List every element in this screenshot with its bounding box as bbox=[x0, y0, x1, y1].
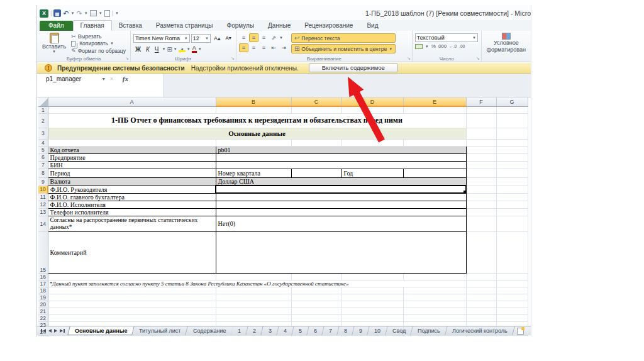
cell[interactable] bbox=[466, 273, 496, 280]
cell[interactable] bbox=[403, 287, 466, 294]
cell[interactable] bbox=[48, 301, 216, 308]
sheet-tab-main[interactable]: Основные данные bbox=[67, 326, 135, 335]
cell[interactable] bbox=[341, 106, 403, 113]
sheet-tab-10[interactable]: 10 bbox=[367, 326, 388, 335]
cell[interactable] bbox=[496, 177, 528, 186]
cell[interactable] bbox=[341, 294, 403, 301]
cell[interactable] bbox=[466, 113, 496, 128]
cell[interactable] bbox=[496, 201, 528, 208]
cell[interactable] bbox=[48, 139, 216, 146]
chevron-down-icon[interactable]: ▼ bbox=[99, 11, 103, 15]
increase-indent-icon[interactable]: ⇥ bbox=[279, 43, 289, 52]
cell[interactable] bbox=[216, 308, 291, 314]
conditional-formatting-button[interactable]: Условное форматирован bbox=[484, 32, 528, 54]
name-box[interactable]: p1_manager bbox=[46, 75, 81, 82]
cell[interactable] bbox=[496, 193, 528, 201]
row-header[interactable]: 13 bbox=[38, 208, 48, 216]
cell[interactable] bbox=[291, 106, 341, 113]
merge-center-button[interactable]: ⊞Объединить и поместить в центре▼ bbox=[291, 44, 396, 53]
sheet-tab-9[interactable]: 9 bbox=[352, 326, 370, 335]
row-header[interactable]: 6 bbox=[38, 153, 48, 161]
align-bottom-icon[interactable]: ≡ bbox=[259, 33, 269, 42]
cell[interactable] bbox=[48, 294, 216, 301]
cell[interactable] bbox=[496, 216, 528, 231]
font-color-icon[interactable]: А bbox=[192, 45, 197, 53]
decrease-indent-icon[interactable]: ⇤ bbox=[269, 43, 279, 52]
sheet-tab-title-page[interactable]: Титульный лист bbox=[133, 326, 189, 335]
cell[interactable] bbox=[403, 294, 466, 301]
cell[interactable] bbox=[496, 208, 528, 216]
row-header[interactable]: 25 bbox=[38, 335, 48, 336]
row-header[interactable]: 21 bbox=[38, 308, 48, 314]
sheet-tab-summary[interactable]: Свод bbox=[386, 326, 413, 335]
chevron-down-icon[interactable]: ▼ bbox=[279, 36, 283, 40]
paste-button[interactable]: Вставить ▼ bbox=[40, 32, 69, 54]
italic-button[interactable]: К bbox=[144, 46, 152, 53]
copy-button[interactable]: Копировать ▼ bbox=[71, 40, 126, 47]
cell[interactable] bbox=[466, 139, 496, 146]
fill-color-icon[interactable]: ◂ bbox=[179, 47, 186, 52]
cell[interactable] bbox=[496, 139, 528, 146]
form-label-cell[interactable]: Телефон исполнителя bbox=[48, 208, 216, 216]
cell[interactable] bbox=[466, 335, 496, 336]
cell[interactable] bbox=[496, 294, 528, 301]
cell[interactable] bbox=[496, 273, 528, 280]
cell[interactable] bbox=[216, 314, 291, 321]
cell[interactable] bbox=[466, 208, 496, 216]
form-value-cell[interactable] bbox=[216, 201, 466, 208]
form-label-cell[interactable]: Код отчета bbox=[48, 146, 216, 153]
cell[interactable] bbox=[496, 280, 528, 287]
tab-page-layout[interactable]: Разметка страницы bbox=[149, 21, 220, 31]
align-middle-icon[interactable]: ≡ bbox=[249, 33, 258, 42]
chevron-down-icon[interactable]: ▼ bbox=[198, 47, 202, 51]
sheet-tab-3[interactable]: 3 bbox=[262, 326, 279, 335]
align-top-icon[interactable]: ≡ bbox=[239, 33, 248, 42]
font-size-combo[interactable]: 12▼ bbox=[191, 34, 211, 43]
increase-decimal-icon[interactable]: ←.0 bbox=[449, 44, 457, 48]
tab-file[interactable]: Файл bbox=[40, 21, 73, 31]
form-value-cell[interactable]: Год bbox=[341, 169, 403, 177]
row-header[interactable]: 3 bbox=[38, 128, 48, 139]
align-right-icon[interactable]: ≡ bbox=[259, 43, 269, 52]
cell[interactable] bbox=[466, 201, 496, 208]
form-value-cell[interactable]: Номер квартала bbox=[216, 169, 291, 177]
cell[interactable] bbox=[48, 287, 216, 294]
cell[interactable] bbox=[48, 106, 216, 113]
first-sheet-icon[interactable] bbox=[41, 329, 46, 333]
cell[interactable] bbox=[216, 287, 291, 294]
row-header[interactable]: 8 bbox=[38, 169, 48, 177]
borders-icon[interactable]: ⊞ bbox=[167, 46, 172, 53]
previous-sheet-icon[interactable] bbox=[48, 329, 52, 333]
row-header[interactable]: 11 bbox=[38, 193, 48, 201]
cell[interactable] bbox=[403, 335, 466, 336]
row-header[interactable]: 20 bbox=[38, 301, 48, 308]
form-value-cell[interactable]: Доллар США bbox=[216, 177, 466, 186]
tab-formulas[interactable]: Формулы bbox=[220, 21, 262, 31]
form-value-cell[interactable] bbox=[216, 208, 466, 216]
cell[interactable] bbox=[496, 146, 528, 153]
column-header-g[interactable]: G bbox=[496, 97, 528, 106]
percent-style-icon[interactable]: % bbox=[431, 43, 436, 49]
redo-icon[interactable]: ↷ bbox=[77, 9, 82, 17]
dialog-launcher-icon[interactable]: ↘ bbox=[125, 56, 129, 61]
column-header-d[interactable]: D bbox=[341, 97, 403, 106]
cell[interactable] bbox=[496, 231, 528, 273]
chevron-down-icon[interactable]: ▼ bbox=[84, 11, 88, 15]
row-header[interactable]: 9 bbox=[38, 177, 48, 186]
cell[interactable] bbox=[466, 231, 496, 273]
column-header-f[interactable]: F bbox=[466, 97, 496, 106]
form-label-cell[interactable]: Согласны на распространение первичных ст… bbox=[48, 216, 216, 231]
cell[interactable] bbox=[216, 335, 291, 336]
cell[interactable] bbox=[291, 301, 341, 308]
sheet-tab-logic-control[interactable]: Логический контроль bbox=[445, 326, 514, 335]
chevron-down-icon[interactable]: ▼ bbox=[425, 45, 429, 48]
form-label-cell[interactable]: Ф.И.О. Исполнителя bbox=[48, 201, 216, 208]
cell[interactable] bbox=[403, 139, 466, 146]
cell[interactable] bbox=[466, 128, 496, 139]
form-value-cell[interactable] bbox=[216, 231, 466, 273]
chevron-down-icon[interactable]: ▼ bbox=[101, 77, 106, 81]
cell[interactable] bbox=[341, 301, 403, 308]
dialog-launcher-icon[interactable]: ↘ bbox=[407, 56, 411, 61]
report-title-cell[interactable]: 1-ПБ Отчет о финансовых требованиях к не… bbox=[48, 113, 466, 128]
grow-font-icon[interactable]: А▴ bbox=[212, 35, 223, 42]
